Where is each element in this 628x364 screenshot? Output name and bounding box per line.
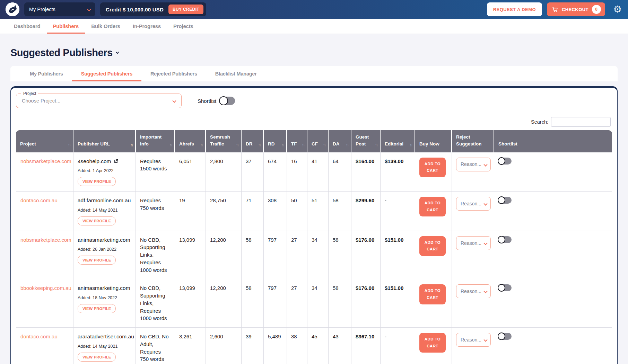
guest-post-price-cell: $367.10: [351, 328, 381, 364]
sort-icon[interactable]: ↑↓: [236, 142, 238, 148]
view-profile-button[interactable]: VIEW PROFILE: [78, 216, 116, 225]
project-link[interactable]: dontaco.com.au: [20, 334, 58, 339]
tab-rejected-publishers[interactable]: Rejected Publishers: [141, 66, 206, 81]
shortlist-row-toggle[interactable]: [498, 197, 512, 204]
tab-in-progress[interactable]: In-Progress: [127, 19, 167, 34]
column-header-semrush[interactable]: Semrush Traffic↑↓: [206, 130, 242, 152]
cf-cell: 45: [307, 328, 329, 364]
buy-credit-button[interactable]: BUY CREDIT: [168, 5, 203, 14]
project-link[interactable]: dontaco.com.au: [20, 197, 58, 203]
settings-gear-icon[interactable]: ⚙: [613, 5, 622, 14]
tab-dashboard[interactable]: Dashboard: [8, 19, 47, 34]
column-header-info[interactable]: Important Info↑↓: [136, 130, 175, 152]
tab-bulk-orders[interactable]: Bulk Orders: [85, 19, 127, 34]
sort-icon[interactable]: ↑↓: [410, 142, 412, 148]
reject-reason-select[interactable]: Reason...: [456, 197, 491, 211]
reject-reason-select[interactable]: Reason...: [456, 284, 491, 298]
column-header-ahrefs[interactable]: Ahrefs↑↓: [175, 130, 206, 152]
publisher-sub-tabs: My PublishersSuggested PublishersRejecte…: [10, 66, 618, 81]
sort-icon[interactable]: ↑↓: [169, 142, 172, 148]
publisher-url[interactable]: animasmarketing.com: [78, 284, 130, 292]
sort-icon[interactable]: ↑↓: [375, 142, 377, 148]
editorial-price-cell: -: [381, 328, 415, 364]
tf-cell: 38: [287, 328, 307, 364]
sort-icon[interactable]: ↑↓: [281, 142, 284, 148]
table-header-row: Project↑↓Publisher URL↑↓Important Info↑↓…: [16, 130, 612, 152]
add-to-cart-button[interactable]: ADD TO CART: [419, 197, 446, 216]
sort-icon[interactable]: ↑↓: [302, 142, 304, 148]
da-cell: 58: [329, 279, 351, 328]
project-filter-select[interactable]: Project Choose Project...: [16, 94, 182, 108]
add-to-cart-button[interactable]: ADD TO CART: [419, 284, 446, 304]
shortlist-row-toggle[interactable]: [498, 158, 512, 165]
project-selector-value: My Projects: [29, 7, 55, 12]
project-link[interactable]: nobsmarketplace.com: [20, 158, 71, 164]
column-header-rd[interactable]: RD↑↓: [264, 130, 287, 152]
title-chevron-down-icon: [115, 51, 119, 54]
tab-blacklist-manager[interactable]: Blacklist Manager: [206, 66, 266, 81]
project-link[interactable]: nobsmarketplace.com: [20, 237, 71, 243]
reject-reason-select[interactable]: Reason...: [456, 158, 491, 171]
sort-icon[interactable]: ↑↓: [258, 142, 261, 148]
guest-post-price-cell: $176.00: [351, 279, 381, 328]
column-header-da[interactable]: DA↑↓: [329, 130, 351, 152]
checkout-button[interactable]: CHECKOUT 0: [547, 2, 605, 16]
brand-logo[interactable]: [6, 2, 19, 16]
project-selector-dropdown[interactable]: My Projects: [24, 2, 95, 16]
add-to-cart-button[interactable]: ADD TO CART: [419, 158, 446, 177]
ahrefs-cell: 13,099: [175, 231, 206, 279]
tab-projects[interactable]: Projects: [167, 19, 200, 34]
publisher-url[interactable]: araratadvertiser.com.au: [78, 333, 134, 340]
add-to-cart-button[interactable]: ADD TO CART: [419, 333, 446, 353]
view-profile-button[interactable]: VIEW PROFILE: [78, 256, 116, 265]
reject-reason-placeholder: Reason...: [461, 288, 481, 295]
shortlist-row-toggle[interactable]: [498, 236, 512, 243]
ahrefs-cell: 3,261: [175, 328, 206, 364]
view-profile-button[interactable]: VIEW PROFILE: [78, 177, 116, 186]
top-navbar: My Projects Credit $ 10,000.00 USD BUY C…: [0, 0, 628, 19]
view-profile-button[interactable]: VIEW PROFILE: [78, 353, 116, 362]
reject-reason-select[interactable]: Reason...: [456, 236, 491, 250]
external-link-icon[interactable]: [113, 159, 119, 164]
tf-cell: 50: [287, 192, 307, 231]
column-header-guest_post[interactable]: Guest Post↑↓: [351, 130, 381, 152]
tab-publishers[interactable]: Publishers: [47, 19, 85, 34]
publisher-url[interactable]: adf.farmonline.com.au: [78, 197, 131, 204]
column-header-dr[interactable]: DR↑↓: [242, 130, 264, 152]
toggle-knob: [219, 96, 228, 105]
sort-icon[interactable]: ↑↓: [346, 142, 348, 148]
view-profile-button[interactable]: VIEW PROFILE: [78, 304, 116, 313]
tab-suggested-publishers[interactable]: Suggested Publishers: [72, 66, 141, 81]
request-demo-button[interactable]: REQUEST A DEMO: [487, 2, 542, 16]
shortlist-row-toggle[interactable]: [498, 333, 512, 340]
column-label: Project: [20, 141, 36, 147]
publisher-url[interactable]: animasmarketing.com: [78, 236, 130, 244]
column-label: Guest Post: [356, 134, 369, 147]
reject-reason-placeholder: Reason...: [461, 161, 481, 168]
cf-cell: 41: [307, 152, 329, 192]
tab-my-publishers[interactable]: My Publishers: [21, 66, 72, 81]
shortlist-filter-toggle[interactable]: [220, 97, 235, 105]
rd-cell: 5,489: [264, 328, 287, 364]
project-link[interactable]: bbookkeeping.com.au: [20, 285, 71, 291]
page-title-block[interactable]: Suggested Publishers: [10, 47, 618, 59]
column-header-tf[interactable]: TF↑↓: [287, 130, 307, 152]
sort-icon[interactable]: ↑↓: [323, 142, 325, 148]
bull-logo-icon: [6, 2, 19, 16]
shortlist-row-toggle[interactable]: [498, 284, 512, 291]
editorial-price-cell: -: [381, 192, 415, 231]
rd-cell: 308: [264, 192, 287, 231]
column-header-editorial[interactable]: Editorial↑↓: [381, 130, 415, 152]
search-input[interactable]: [551, 117, 611, 127]
column-header-cf[interactable]: CF↑↓: [307, 130, 329, 152]
reject-reason-select[interactable]: Reason...: [456, 333, 491, 347]
column-label: Publisher URL: [78, 141, 110, 147]
sort-icon[interactable]: ↑↓: [130, 142, 133, 148]
sort-icon[interactable]: ↑↓: [68, 142, 70, 148]
sort-icon[interactable]: ↑↓: [200, 142, 203, 148]
column-header-project[interactable]: Project↑↓: [16, 130, 73, 152]
publisher-url[interactable]: 4seohelp.com: [78, 158, 111, 165]
da-cell: 64: [329, 152, 351, 192]
column-header-publisher_url[interactable]: Publisher URL↑↓: [73, 130, 136, 152]
add-to-cart-button[interactable]: ADD TO CART: [419, 236, 446, 256]
